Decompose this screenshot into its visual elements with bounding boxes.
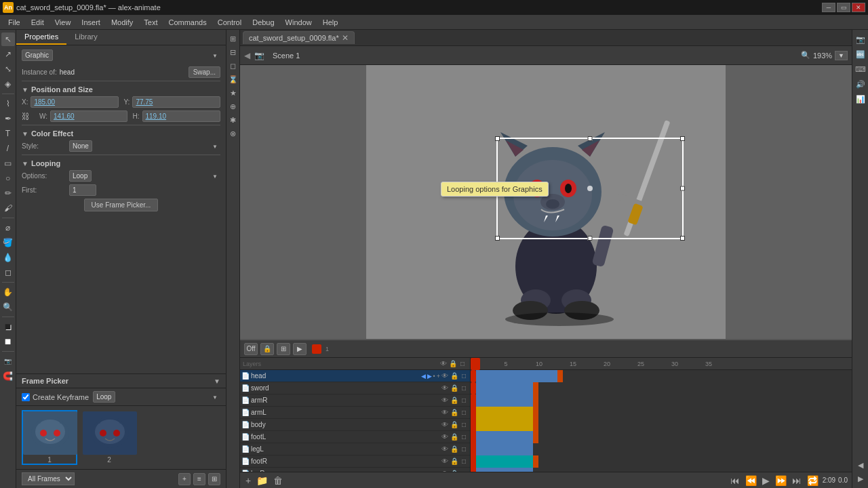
style-select-wrap[interactable]: None	[69, 140, 220, 152]
box-header-icon[interactable]: □	[458, 359, 467, 369]
gradient-tool[interactable]: ◈	[1, 77, 15, 91]
bone-tool[interactable]: ⌀	[1, 221, 15, 235]
menu-insert[interactable]: Insert	[76, 17, 106, 28]
menu-help[interactable]: Help	[317, 17, 344, 28]
layer-box-sword[interactable]: □	[459, 384, 469, 393]
right-tool-1[interactable]: 📷	[854, 33, 867, 46]
frame-thumb-1[interactable]: 1	[22, 410, 77, 465]
symbol-type-dropdown[interactable]: Graphic	[22, 49, 53, 61]
layer-prev-icon-head[interactable]: ◀	[421, 373, 426, 380]
layer-dot-head[interactable]: •	[433, 373, 435, 380]
color-effect-header[interactable]: ▼ Color Effect	[22, 129, 220, 138]
mid-tool-6[interactable]: ⊕	[227, 100, 239, 113]
paint-bucket-tool[interactable]: 🪣	[1, 236, 15, 249]
subselection-tool[interactable]: ↗	[1, 47, 15, 61]
menu-view[interactable]: View	[50, 17, 77, 28]
tl-off-btn[interactable]: Off	[244, 343, 258, 355]
mid-tool-3[interactable]: ◻	[227, 60, 239, 72]
delete-layer-button[interactable]: 🗑	[272, 474, 284, 487]
rectangle-tool[interactable]: ▭	[1, 157, 15, 170]
menu-commands[interactable]: Commands	[163, 17, 212, 28]
layer-lock-body[interactable]: 🔒	[450, 420, 459, 430]
minimize-button[interactable]: ─	[822, 3, 835, 12]
menu-file[interactable]: File	[3, 17, 26, 28]
layer-row-legL[interactable]: 📄 legL 👁 🔒 □	[240, 443, 470, 455]
tab-properties[interactable]: Properties	[16, 30, 66, 45]
style-dropdown[interactable]: None	[69, 140, 92, 152]
right-bottom-1[interactable]: ◀	[854, 458, 867, 472]
layer-eye-footL[interactable]: 👁	[440, 432, 450, 442]
menu-window[interactable]: Window	[280, 17, 317, 28]
create-keyframe-checkbox[interactable]	[22, 393, 30, 401]
menu-control[interactable]: Control	[212, 17, 247, 28]
right-tool-2[interactable]: 🔤	[854, 47, 867, 61]
text-tool[interactable]: T	[1, 127, 15, 140]
fp-grid-btn[interactable]: ⊞	[208, 473, 220, 485]
selection-tool[interactable]: ↖	[1, 33, 15, 46]
timeline-frames[interactable]: 1 5 10 15 20 25 30	[471, 358, 852, 472]
layer-box-body[interactable]: □	[459, 420, 469, 430]
position-size-header[interactable]: ▼ Position and Size	[22, 85, 220, 94]
menu-modify[interactable]: Modify	[106, 17, 138, 28]
back-arrow-icon[interactable]: ◀	[244, 51, 250, 60]
pencil-tool[interactable]: ✏	[1, 186, 15, 200]
loop-select-wrap[interactable]: Loop	[93, 391, 220, 403]
zoom-dropdown-button[interactable]: ▼	[835, 51, 848, 60]
layer-box-armL[interactable]: □	[459, 408, 469, 418]
layer-eye-armR[interactable]: 👁	[440, 396, 450, 405]
layer-lock-armR[interactable]: 🔒	[450, 396, 459, 405]
eraser-tool[interactable]: ◻	[1, 266, 15, 279]
tl-motion-btn[interactable]: ▶	[293, 343, 307, 355]
tl-lock-btn[interactable]: 🔒	[260, 343, 274, 355]
first-input[interactable]	[69, 184, 96, 196]
lock-header-icon[interactable]: 🔒	[448, 359, 458, 369]
options-dropdown[interactable]: Loop	[69, 170, 92, 182]
layer-row-armL[interactable]: 📄 armL 👁 🔒 □	[240, 407, 470, 419]
tl-expand-btn[interactable]: ⊞	[277, 343, 290, 355]
line-tool[interactable]: /	[1, 142, 15, 155]
free-transform-tool[interactable]: ⤡	[1, 62, 15, 76]
mid-tool-5[interactable]: ★	[227, 87, 239, 99]
canvas-file-tab[interactable]: cat_sword_setup_0009.fla* ✕	[243, 31, 355, 44]
layer-row-body[interactable]: 📄 body 👁 🔒 □	[240, 419, 470, 431]
layer-row-footL[interactable]: 📄 footL 👁 🔒 □	[240, 431, 470, 443]
layer-lock-head[interactable]: 🔒	[450, 371, 459, 381]
stroke-color[interactable]: ■	[1, 320, 15, 333]
layer-lock-footL[interactable]: 🔒	[450, 432, 459, 442]
layer-lock-sword[interactable]: 🔒	[450, 384, 459, 393]
close-button[interactable]: ✕	[852, 3, 865, 12]
layer-row-footR[interactable]: 📄 footR 👁 🔒 □	[240, 455, 470, 468]
layer-eye-legL[interactable]: 👁	[440, 445, 450, 454]
menu-debug[interactable]: Debug	[247, 17, 279, 28]
menu-text[interactable]: Text	[138, 17, 163, 28]
mid-tool-1[interactable]: ⊞	[227, 33, 239, 45]
layer-lock-armL[interactable]: 🔒	[450, 408, 459, 418]
h-value[interactable]: 119.10	[142, 110, 221, 122]
lasso-tool[interactable]: ⌇	[1, 97, 15, 110]
mid-tool-7[interactable]: ✱	[227, 114, 239, 126]
looping-header[interactable]: ▼ Looping	[22, 159, 220, 167]
brush-tool[interactable]: 🖌	[1, 201, 15, 215]
tab-library[interactable]: Library	[66, 30, 106, 45]
add-layer-button[interactable]: +	[244, 474, 252, 487]
frame-thumb-2[interactable]: 2	[81, 410, 137, 465]
camera-tool[interactable]: 📷	[1, 354, 15, 368]
fp-add-btn[interactable]: +	[178, 473, 191, 485]
layer-eye-footR[interactable]: 👁	[440, 457, 450, 466]
w-value[interactable]: 141.60	[50, 110, 127, 122]
mid-tool-4[interactable]: ⌛	[227, 73, 239, 85]
layer-eye-armL[interactable]: 👁	[440, 408, 450, 418]
layer-box-armR[interactable]: □	[459, 396, 469, 405]
pen-tool[interactable]: ✒	[1, 112, 15, 125]
maximize-button[interactable]: ▭	[837, 3, 850, 12]
scene-label[interactable]: Scene 1	[269, 50, 304, 61]
loop-dropdown[interactable]: Loop	[93, 391, 115, 403]
layer-box-footL[interactable]: □	[459, 432, 469, 442]
eyedropper-tool[interactable]: 💧	[1, 251, 15, 264]
step-back-button[interactable]: ⏪	[744, 474, 758, 487]
layer-eye-head[interactable]: 👁	[440, 371, 450, 381]
right-tool-3[interactable]: ⌨	[854, 62, 867, 76]
layer-lock-footR[interactable]: 🔒	[450, 457, 459, 466]
symbol-type-select-wrap[interactable]: Graphic	[22, 49, 220, 61]
right-tool-5[interactable]: 📊	[854, 92, 867, 106]
